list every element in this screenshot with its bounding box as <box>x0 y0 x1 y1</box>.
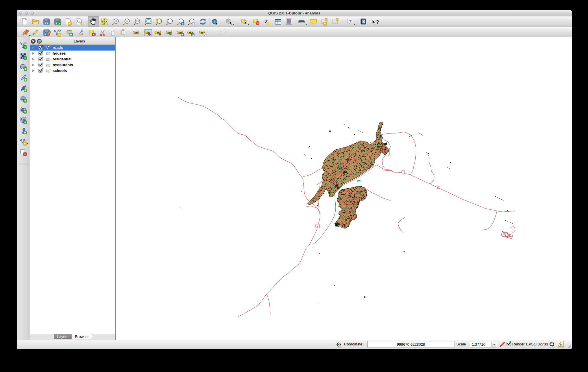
svg-text:?: ? <box>363 20 365 23</box>
svg-text:1:1: 1:1 <box>136 20 139 22</box>
svg-text:abc: abc <box>167 31 171 34</box>
svg-text:abc: abc <box>134 31 138 34</box>
svg-text:?: ? <box>376 20 379 25</box>
svg-text:T: T <box>349 19 352 23</box>
